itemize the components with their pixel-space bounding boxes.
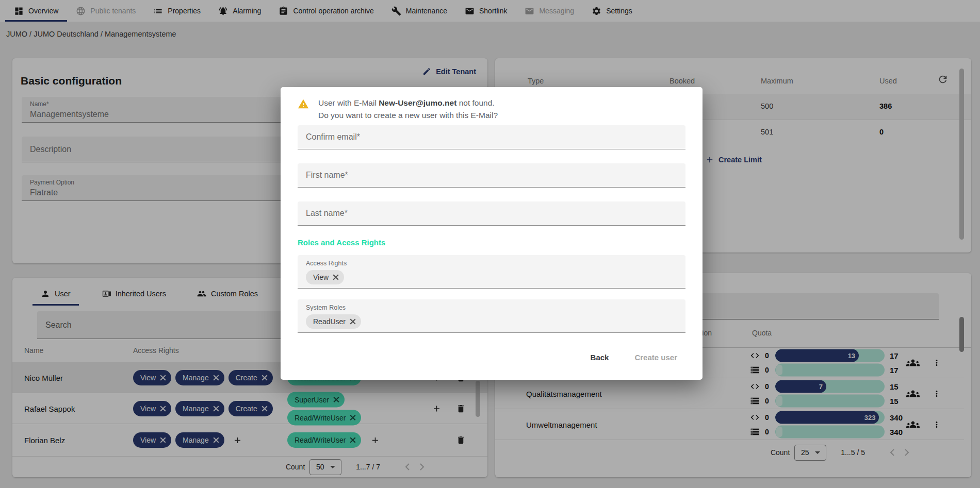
chip-label: View xyxy=(313,273,329,281)
access-rights-select[interactable]: Access Rights View xyxy=(298,255,685,289)
field-label: Access Rights xyxy=(306,260,677,267)
warning-line1-suffix: not found. xyxy=(456,98,494,107)
chip-label: ReadUser xyxy=(313,317,346,326)
role-chip[interactable]: ReadUser xyxy=(306,314,361,329)
warning-line1-prefix: User with E-Mail xyxy=(318,98,379,107)
system-roles-select[interactable]: System Roles ReadUser xyxy=(298,299,685,333)
field-placeholder: Last name* xyxy=(306,209,348,218)
close-icon[interactable] xyxy=(333,274,339,280)
close-icon[interactable] xyxy=(350,318,356,325)
create-user-button[interactable]: Create user xyxy=(633,351,678,364)
confirm-email-field[interactable]: Confirm email* xyxy=(298,125,685,149)
field-label: System Roles xyxy=(306,304,677,311)
dialog-actions: Back Create user xyxy=(590,351,678,364)
warning-text: User with E-Mail New-User@jumo.net not f… xyxy=(318,97,498,122)
chip-row: ReadUser xyxy=(306,314,677,329)
chip-row: View xyxy=(306,270,677,284)
warning-icon xyxy=(297,97,309,122)
last-name-field[interactable]: Last name* xyxy=(298,201,685,226)
back-button[interactable]: Back xyxy=(590,351,610,364)
section-heading: Roles and Acess Rights xyxy=(298,238,385,247)
create-user-dialog: User with E-Mail New-User@jumo.net not f… xyxy=(281,87,703,380)
access-chip[interactable]: View xyxy=(306,270,344,284)
warning-email: New-User@jumo.net xyxy=(379,98,456,107)
warning-line2: Do you want to create a new user with th… xyxy=(318,109,498,122)
first-name-field[interactable]: First name* xyxy=(298,163,685,188)
field-placeholder: Confirm email* xyxy=(306,132,360,142)
warning-message: User with E-Mail New-User@jumo.net not f… xyxy=(297,97,498,122)
field-placeholder: First name* xyxy=(306,171,348,180)
